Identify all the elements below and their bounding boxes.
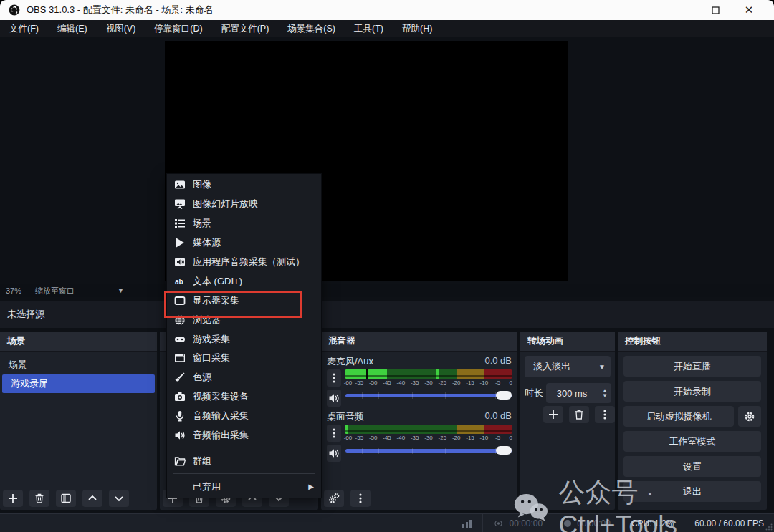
mixer-channel: 麦克风/Aux0.0 dB-60-55-50-45-40-35-30-25-20… <box>321 352 517 407</box>
context-menu-item[interactable]: 游戏采集 <box>167 329 321 349</box>
channel-name: 麦克风/Aux <box>327 355 373 368</box>
control-button-4[interactable]: 设置 <box>624 456 761 477</box>
duration-stepper[interactable]: ▲▼ <box>598 383 611 403</box>
menu-7[interactable]: 帮助(H) <box>393 20 441 37</box>
context-menu-label: 场景 <box>193 217 321 230</box>
transition-dropdown[interactable]: 淡入淡出 ▼ <box>525 356 611 377</box>
maximize-button[interactable] <box>699 0 731 20</box>
control-button-0[interactable]: 开始直播 <box>624 356 761 377</box>
context-menu-item[interactable]: 群组 <box>167 451 321 470</box>
broadcast-icon <box>493 519 504 528</box>
mixer-channel: 桌面音频0.0 dB-60-55-50-45-40-35-30-25-20-15… <box>321 407 517 462</box>
zoom-mode-dropdown[interactable]: 缩放至窗口 ▼ <box>29 284 130 297</box>
kebab-button[interactable] <box>350 490 371 507</box>
wechat-icon <box>512 492 549 523</box>
slider-handle[interactable] <box>496 391 512 400</box>
menu-4[interactable]: 配置文件(P) <box>212 20 279 37</box>
menu-0[interactable]: 文件(F) <box>0 20 48 37</box>
window-title: OBS 31.0.3 - 配置文件: 未命名 - 场景: 未命名 <box>27 4 214 16</box>
zoom-percent: 37% <box>0 286 22 295</box>
channel-options-button[interactable] <box>327 425 341 442</box>
scene-list-icon <box>174 218 186 229</box>
mixer-toolbar <box>324 490 371 507</box>
menu-2[interactable]: 视图(V) <box>97 20 145 37</box>
trash-button[interactable] <box>569 406 589 423</box>
context-menu-label: 音频输入采集 <box>193 410 321 422</box>
slideshow-icon <box>174 198 186 210</box>
control-button-2[interactable]: 启动虚拟摄像机 <box>624 406 734 427</box>
duration-input[interactable]: 300 ms <box>546 383 598 403</box>
scene-item[interactable]: 场景 <box>0 356 157 374</box>
channel-options-button[interactable] <box>327 369 341 387</box>
menu-6[interactable]: 工具(T) <box>345 20 393 37</box>
slider-handle[interactable] <box>496 446 512 455</box>
context-menu-label: 图像 <box>193 178 321 191</box>
mixer-channels: 麦克风/Aux0.0 dB-60-55-50-45-40-35-30-25-20… <box>321 352 517 462</box>
channel-db: 0.0 dB <box>484 410 512 423</box>
context-menu-item[interactable]: 图像幻灯片放映 <box>167 195 321 214</box>
context-menu-label: 应用程序音频采集（测试） <box>193 256 321 269</box>
controls-panel-title: 控制按钮 <box>618 332 767 352</box>
context-menu-item[interactable]: 视频采集设备 <box>167 387 321 407</box>
menu-separator <box>173 473 315 474</box>
context-menu-label: 音频输出采集 <box>193 429 321 442</box>
text-ab-icon: ab <box>174 276 186 287</box>
vcam-settings-button[interactable] <box>738 406 761 427</box>
context-menu-item[interactable]: 场景 <box>167 214 321 233</box>
context-menu-label: 游戏采集 <box>193 333 321 346</box>
globe-icon <box>174 314 186 326</box>
obs-logo-icon <box>9 4 20 16</box>
volume-meter <box>345 369 512 379</box>
context-menu-item[interactable]: 色源 <box>167 368 321 387</box>
source-properties-bar: 未选择源 <box>0 301 774 328</box>
scene-item[interactable]: 游戏录屏 <box>2 374 155 393</box>
title-bar[interactable]: OBS 31.0.3 - 配置文件: 未命名 - 场景: 未命名 — ✕ <box>0 0 774 20</box>
close-button[interactable]: ✕ <box>733 0 765 20</box>
menu-3[interactable]: 停靠窗口(D) <box>145 20 211 37</box>
duration-label: 时长 <box>525 387 546 400</box>
app-audio-icon <box>174 256 186 268</box>
watermark: 公众号 · Ctrl+Tools <box>512 475 774 532</box>
add-button[interactable] <box>543 406 563 423</box>
channel-name: 桌面音频 <box>327 410 364 423</box>
no-source-label: 未选择源 <box>7 308 44 321</box>
context-menu-item[interactable]: 已弃用▶ <box>167 477 321 496</box>
context-menu-label: 图像幻灯片放映 <box>193 198 321 211</box>
kebab-button[interactable] <box>595 406 615 423</box>
channel-mute-button[interactable] <box>327 445 341 462</box>
context-menu-item[interactable]: 媒体源 <box>167 233 321 253</box>
obs-window: OBS 31.0.3 - 配置文件: 未命名 - 场景: 未命名 — ✕ 文件(… <box>0 0 774 532</box>
control-button-3[interactable]: 工作室模式 <box>624 431 761 452</box>
transitions-panel-title: 转场动画 <box>520 332 615 352</box>
add-button[interactable] <box>3 490 23 507</box>
context-menu-item[interactable]: 音频输出采集 <box>167 426 321 445</box>
menu-1[interactable]: 编辑(E) <box>48 20 97 37</box>
volume-slider[interactable] <box>345 391 512 400</box>
context-menu-label: 显示器采集 <box>193 294 321 307</box>
no-icon <box>174 481 186 493</box>
context-menu-label: 视频采集设备 <box>193 390 321 403</box>
filters-button[interactable] <box>56 490 76 507</box>
menu-bar: 文件(F)编辑(E)视图(V)停靠窗口(D)配置文件(P)场景集合(S)工具(T… <box>0 20 774 37</box>
context-menu-item[interactable]: 窗口采集 <box>167 349 321 368</box>
context-menu-item[interactable]: 图像 <box>167 175 321 195</box>
scenes-panel: 场景 场景游戏录屏 <box>0 332 157 510</box>
chevron-down-icon: ▼ <box>593 363 611 371</box>
menu-separator <box>173 448 315 448</box>
chevron-down-button[interactable] <box>109 490 129 507</box>
chevron-down-icon: ▼ <box>118 287 124 294</box>
control-button-1[interactable]: 开始录制 <box>624 381 761 402</box>
chevron-up-button[interactable] <box>82 490 102 507</box>
context-menu-item[interactable]: 显示器采集 <box>167 291 321 310</box>
advanced-audio-button[interactable] <box>324 490 344 507</box>
context-menu-item[interactable]: ab文本 (GDI+) <box>167 271 321 291</box>
context-menu-label: 色源 <box>193 371 321 384</box>
minimize-button[interactable]: — <box>667 0 699 20</box>
context-menu-item[interactable]: 音频输入采集 <box>167 407 321 426</box>
context-menu-item[interactable]: 应用程序音频采集（测试） <box>167 253 321 272</box>
context-menu-item[interactable]: 浏览器 <box>167 310 321 329</box>
channel-mute-button[interactable] <box>327 390 341 407</box>
volume-slider[interactable] <box>345 446 512 455</box>
trash-button[interactable] <box>29 490 49 507</box>
menu-5[interactable]: 场景集合(S) <box>278 20 345 37</box>
